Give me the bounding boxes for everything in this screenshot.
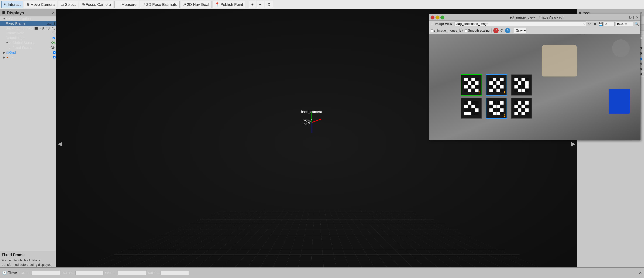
tc — [522, 112, 525, 115]
measure-button[interactable]: — Measure — [114, 1, 139, 8]
window-icon-d[interactable]: D — [629, 15, 632, 20]
window-icon-close[interactable]: ✕ — [636, 15, 639, 20]
tag-grid: 3 1 — [461, 74, 534, 119]
wall-elapsed-field: Wall El... 1477.00 — [147, 270, 188, 275]
tc — [464, 85, 468, 88]
image-icon: 🖼 — [430, 22, 434, 26]
tag-3-pattern — [464, 78, 478, 92]
win-maximize-button[interactable] — [440, 16, 444, 20]
footer-desc: Frame into which all data is transformed… — [2, 258, 54, 267]
rotate-btn[interactable]: ↺ — [493, 28, 498, 33]
time-close-button[interactable]: ✕ — [639, 270, 642, 275]
record-icon[interactable]: ⏺ — [593, 22, 597, 26]
tf-item[interactable]: ▶ ● TF — [0, 55, 56, 60]
x-axis — [312, 118, 322, 123]
save-icon[interactable]: 💾 — [598, 22, 603, 26]
tc — [514, 78, 518, 81]
tc — [475, 105, 478, 108]
tc — [496, 81, 500, 85]
win-close-button[interactable] — [430, 16, 434, 20]
zoom-input[interactable] — [616, 22, 633, 26]
displays-title: 🖥 Displays — [2, 11, 24, 15]
toolbar-separator — [247, 2, 247, 8]
ros-time-input[interactable]: 1654300070.42 — [32, 270, 60, 275]
grid-expand-icon: ▶ — [3, 51, 6, 54]
default-light-item[interactable]: Default Light — [0, 36, 56, 40]
pan-left-arrow[interactable]: ◀ — [58, 141, 62, 147]
minus-button[interactable]: − — [257, 1, 264, 8]
settings-button[interactable]: ⚙ — [265, 1, 273, 8]
zoom-icon[interactable]: 🔍 — [634, 22, 639, 26]
global-options-item[interactable]: ▼ ⚙ Global Options — [0, 17, 56, 21]
tag-2-number: 2 — [504, 114, 506, 118]
tc — [525, 85, 528, 88]
tc — [468, 108, 471, 112]
ros-elapsed-input[interactable]: 1477.00 — [76, 270, 104, 275]
tf-expand-icon: ▶ — [3, 56, 6, 59]
rotate-right-btn[interactable]: ↻ — [505, 28, 510, 33]
tc — [472, 78, 475, 81]
image-view-label: Image View — [435, 22, 452, 26]
tc — [493, 101, 496, 104]
tf-icon: ● — [6, 56, 9, 59]
tc — [468, 85, 471, 88]
bg-color-item[interactable]: Background Color 48; 48; 48 — [0, 26, 56, 31]
select-label: Select — [65, 2, 76, 7]
tf-label: TF — [9, 55, 53, 59]
wall-time-label: Wall Ti... — [105, 271, 117, 275]
win-minimize-button[interactable] — [436, 16, 440, 20]
tc — [514, 101, 518, 104]
2d-pose-button[interactable]: ↗ 2D Pose Estimate — [140, 1, 180, 8]
color-mode-select[interactable]: Gray — [514, 28, 526, 33]
tc — [514, 105, 518, 108]
tag-2-box: 2 — [486, 98, 507, 119]
focus-camera-button[interactable]: ◎ Focus Camera — [79, 1, 113, 8]
select-button[interactable]: ▭ Select — [58, 1, 78, 8]
global-status-item[interactable]: ▼ ✓ Global Status: Ok — [0, 40, 56, 45]
pose-label: 2D Pose Estimate — [146, 2, 177, 7]
add-button[interactable]: + — [249, 1, 256, 8]
tag-br-pattern — [514, 101, 528, 115]
move-camera-button[interactable]: ⊕ Move Camera — [24, 1, 57, 8]
window-icon-info[interactable]: ℹ — [633, 15, 634, 20]
tag-2-pattern — [490, 101, 504, 115]
tc — [514, 112, 518, 115]
fixed-frame-item[interactable]: Fixed Frame tag_3 — [0, 21, 56, 26]
displays-footer: Fixed Frame Frame into which all data is… — [0, 251, 56, 269]
hand-object — [542, 45, 577, 76]
2d-nav-button[interactable]: ↗ 2D Nav Goal — [181, 1, 212, 8]
tc — [472, 105, 475, 108]
tc — [518, 85, 521, 88]
tc — [490, 105, 493, 108]
pan-right-arrow[interactable]: ▶ — [571, 141, 576, 147]
wall-time-input[interactable]: 1654300070.56 — [118, 270, 146, 275]
smooth-scaling-checkbox[interactable] — [465, 30, 467, 32]
tc — [518, 108, 521, 112]
refresh-icon[interactable]: ↻ — [587, 22, 592, 26]
frame-rate-item[interactable]: Frame Rate 30 — [0, 31, 56, 36]
ros-time-label: ROS Ti... — [18, 271, 31, 275]
displays-close-button[interactable]: ✕ — [52, 11, 55, 15]
publish-point-button[interactable]: 📍 Publish Point — [212, 1, 245, 8]
tc — [472, 112, 475, 115]
tc — [500, 108, 503, 112]
tc — [468, 78, 471, 81]
ros-elapsed-label: ROS El... — [62, 271, 75, 275]
select-icon: ▭ — [60, 2, 64, 7]
tf-checkbox[interactable] — [53, 56, 56, 58]
grid-item[interactable]: ▶ ▦ Grid — [0, 50, 56, 55]
wall-elapsed-input[interactable]: 1477.00 — [160, 270, 189, 275]
tc — [514, 89, 518, 92]
tc — [522, 89, 525, 92]
time-label: Time — [8, 270, 17, 275]
topic-select[interactable]: /tag_detections_image — [454, 21, 586, 26]
mouse-left-checkbox[interactable] — [431, 30, 433, 32]
tc — [522, 78, 525, 81]
rotation-input[interactable] — [604, 22, 614, 26]
global-options-label: Global Options — [9, 17, 56, 21]
tc — [475, 89, 478, 92]
default-light-checkbox[interactable] — [52, 37, 56, 39]
interact-button[interactable]: ↖ Interact — [2, 1, 23, 8]
grid-checkbox[interactable] — [53, 51, 56, 54]
ff-status-item[interactable]: ✓ Fixed Frame OK — [0, 45, 56, 50]
